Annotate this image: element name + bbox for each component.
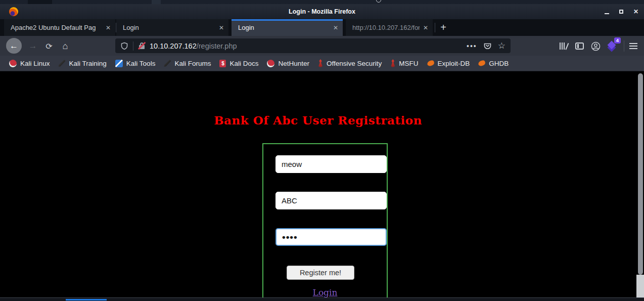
pocket-icon[interactable] [483,42,492,50]
tab-login-1[interactable]: Login ✕ [116,19,228,36]
kali-linux-icon [8,58,18,68]
kali-tools-icon [115,60,123,67]
window-titlebar: Login - Mozilla Firefox ✕ [0,4,644,19]
background-window-bottom-strip [0,297,644,301]
bookmark-kali-docs[interactable]: $Kali Docs [219,60,258,67]
username-input[interactable] [275,155,387,173]
url-path-text: /register.php [197,42,237,50]
tab-close-icon[interactable]: ✕ [423,24,428,31]
minimize-button[interactable] [603,8,611,16]
menu-button[interactable] [627,40,639,52]
register-button[interactable]: Register me! [287,266,354,280]
tab-apache2-default[interactable]: Apache2 Ubuntu Default Pag ✕ [4,19,115,36]
bookmark-kali-forums[interactable]: Kali Forums [164,60,211,67]
new-tab-button[interactable]: + [437,21,450,34]
dagger-icon [164,60,171,67]
tab-separator [435,23,435,32]
kali-docs-icon: $ [219,60,226,67]
tab-forms-url[interactable]: http://10.10.207.162/forms.p ✕ [346,19,433,36]
library-button[interactable] [557,40,569,52]
tab-label: Login [238,24,330,31]
home-button[interactable]: ⌂ [59,39,72,53]
bookmark-label: Offensive Security [327,60,382,67]
reload-button[interactable]: ⟳ [42,39,56,53]
bookmark-nethunter[interactable]: NetHunter [267,60,309,67]
nethunter-icon [266,58,275,68]
hamburger-icon [629,46,637,47]
dagger-icon [59,60,66,67]
extension-badge: 4 [614,37,621,44]
bookmark-kali-tools[interactable]: Kali Tools [115,60,156,67]
bug-icon [478,60,486,67]
bug-icon [426,60,434,67]
page-content: Bank Of Abc User Registration Register m… [0,71,644,297]
password-input[interactable] [275,228,387,246]
bookmark-msfu[interactable]: MSFU [390,59,418,67]
maximize-button[interactable] [617,8,625,16]
page-actions-button[interactable]: ••• [467,42,477,50]
tab-bar: Apache2 Ubuntu Default Pag ✕ Login ✕ Log… [0,19,644,36]
scrollbar-track[interactable] [636,275,644,297]
tab-close-icon[interactable]: ✕ [219,24,224,31]
close-button[interactable]: ✕ [632,8,640,16]
bookmark-label: Kali Tools [126,60,156,67]
bookmark-label: Kali Linux [20,60,50,67]
scrollbar-thumb[interactable] [638,73,643,275]
minimize-icon [605,13,609,14]
background-window-fragment [152,0,161,4]
tab-label: Apache2 Ubuntu Default Pag [11,24,102,31]
bookmark-label: Kali Forums [174,60,211,67]
tracking-protection-shield-icon[interactable] [120,42,128,50]
proxy-extension-button[interactable]: 4 [606,40,618,52]
navigation-toolbar: ← → ⟳ ⌂ 10.10.207.162 /register.php ••• … [0,36,644,56]
page-title: Bank Of Abc User Registration [0,113,636,127]
window-controls: ✕ [603,4,640,19]
bookmark-label: GHDB [489,60,509,67]
background-blue-highlight [66,299,107,300]
sidebar-button[interactable] [573,40,585,52]
lava-lamp-icon [318,59,323,67]
back-button[interactable]: ← [6,38,22,54]
bookmark-label: Kali Training [69,60,107,67]
account-icon [591,41,601,51]
login-link[interactable]: Login [313,287,338,297]
bookmark-star-button[interactable]: ☆ [498,40,505,51]
account-button[interactable] [589,40,602,52]
background-window-icon [376,0,381,3]
bookmark-kali-linux[interactable]: Kali Linux [9,60,50,67]
desktop-screenshot: Login - Mozilla Firefox ✕ Apache2 Ubuntu… [0,0,644,301]
bookmark-label: Kali Docs [229,60,258,67]
bookmark-offensive-security[interactable]: Offensive Security [318,59,382,67]
toolbar-divider [624,40,624,52]
registration-form: Register me! Login [262,143,388,297]
background-window-tab [28,0,52,4]
library-icon [560,42,561,50]
lava-lamp-icon [390,59,395,67]
bookmark-kali-training[interactable]: Kali Training [59,60,107,67]
bookmark-exploit-db[interactable]: Exploit-DB [427,60,470,67]
tab-login-active[interactable]: Login ✕ [232,19,343,36]
library-icon [564,42,565,50]
background-window-top-strip [0,0,644,4]
hamburger-icon [629,43,637,44]
library-icon [565,43,569,50]
bookmark-label: Exploit-DB [438,60,470,67]
tab-close-icon[interactable]: ✕ [106,24,111,31]
tab-close-icon[interactable]: ✕ [333,24,338,31]
insecure-lock-icon[interactable] [138,42,146,50]
forward-button[interactable]: → [26,39,39,53]
urlbar-divider [133,41,133,51]
url-bar[interactable]: 10.10.207.162 /register.php ••• ☆ [115,38,511,53]
tab-label: Login [123,24,215,31]
library-icon [562,42,563,50]
hamburger-icon [629,48,637,49]
bookmarks-toolbar: Kali Linux Kali Training Kali Tools Kali… [0,56,644,71]
tab-label: http://10.10.207.162/forms.p [352,24,420,31]
window-title: Login - Mozilla Firefox [0,4,644,19]
bookmark-label: NetHunter [278,60,309,67]
maximize-icon [619,10,623,14]
bookmark-label: MSFU [399,60,418,67]
url-host-text: 10.10.207.162 [150,42,197,50]
name-input[interactable] [275,192,387,209]
bookmark-ghdb[interactable]: GHDB [478,60,509,67]
